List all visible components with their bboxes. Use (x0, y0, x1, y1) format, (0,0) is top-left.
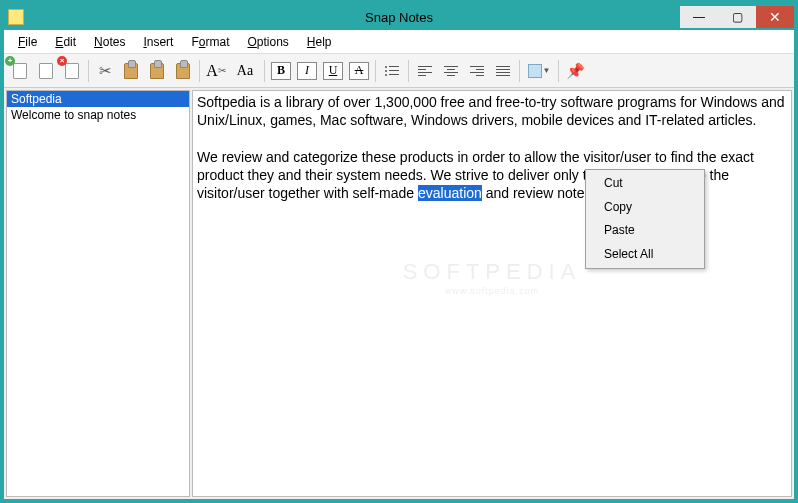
context-paste[interactable]: Paste (586, 219, 704, 243)
menu-insert[interactable]: Insert (135, 33, 181, 51)
menu-options[interactable]: Options (239, 33, 296, 51)
selected-text[interactable]: evaluation (418, 185, 482, 201)
align-justify-icon (496, 66, 510, 76)
cut-button[interactable]: ✂ (93, 59, 117, 83)
sidebar-item-welcome[interactable]: Welcome to snap notes (7, 107, 189, 123)
bullet-list-icon (385, 66, 399, 76)
page-icon (13, 63, 27, 79)
dropdown-arrow-icon: ▼ (543, 66, 551, 75)
scissors-icon: ✂ (99, 62, 112, 80)
titlebar[interactable]: Snap Notes — ▢ ✕ (4, 4, 794, 30)
separator (519, 60, 520, 82)
window-controls: — ▢ ✕ (680, 6, 794, 28)
menu-format[interactable]: Format (183, 33, 237, 51)
app-icon (8, 9, 24, 25)
italic-icon: I (297, 62, 317, 80)
menu-file[interactable]: File (10, 33, 45, 51)
italic-button[interactable]: I (295, 59, 319, 83)
delete-note-button[interactable]: × (60, 59, 84, 83)
note-editor[interactable]: SOFTPEDIA www.softpedia.com Softpedia is… (192, 90, 792, 497)
underline-button[interactable]: U (321, 59, 345, 83)
menu-help[interactable]: Help (299, 33, 340, 51)
separator (408, 60, 409, 82)
maximize-button[interactable]: ▢ (718, 6, 756, 28)
separator (264, 60, 265, 82)
bold-button[interactable]: B (269, 59, 293, 83)
separator (199, 60, 200, 82)
paste-special-button[interactable] (171, 59, 195, 83)
x-badge-icon: × (57, 56, 67, 66)
context-select-all[interactable]: Select All (586, 243, 704, 267)
pin-button[interactable]: 📌 (563, 59, 587, 83)
bold-icon: B (271, 62, 291, 80)
sidebar-item-softpedia[interactable]: Softpedia (7, 91, 189, 107)
align-center-icon (444, 66, 458, 76)
strike-icon: A (349, 62, 369, 80)
content-area: Softpedia Welcome to snap notes SOFTPEDI… (4, 88, 794, 499)
new-note-button[interactable]: + (8, 59, 32, 83)
align-center-button[interactable] (439, 59, 463, 83)
menu-edit[interactable]: Edit (47, 33, 84, 51)
note-icon (528, 64, 542, 78)
font-a-icon: A (206, 62, 218, 80)
toolbar: + × ✂ A✂ Aa B I U A ▼ 📌 (4, 54, 794, 88)
separator (558, 60, 559, 82)
separator (375, 60, 376, 82)
window-title: Snap Notes (365, 10, 433, 25)
editor-paragraph[interactable]: Softpedia is a library of over 1,300,000… (197, 93, 787, 129)
editor-blank-line[interactable] (197, 129, 787, 147)
note-style-button[interactable]: ▼ (524, 59, 554, 83)
pin-icon: 📌 (566, 62, 585, 80)
align-left-icon (418, 66, 432, 76)
align-left-button[interactable] (413, 59, 437, 83)
align-justify-button[interactable] (491, 59, 515, 83)
clipboard-icon (176, 63, 190, 79)
align-right-button[interactable] (465, 59, 489, 83)
app-window: Snap Notes — ▢ ✕ File Edit Notes Insert … (0, 0, 798, 503)
context-menu: Cut Copy Paste Select All (585, 169, 705, 269)
scissors-small-icon: ✂ (218, 65, 226, 76)
font-size-button[interactable]: A✂ (204, 59, 228, 83)
close-button[interactable]: ✕ (756, 6, 794, 28)
open-note-button[interactable] (34, 59, 58, 83)
context-cut[interactable]: Cut (586, 172, 704, 196)
clipboard-icon (150, 63, 164, 79)
plus-badge-icon: + (5, 56, 15, 66)
underline-icon: U (323, 62, 343, 80)
page-icon (65, 63, 79, 79)
watermark: SOFTPEDIA www.softpedia.com (403, 257, 582, 297)
minimize-button[interactable]: — (680, 6, 718, 28)
context-copy[interactable]: Copy (586, 196, 704, 220)
menu-notes[interactable]: Notes (86, 33, 133, 51)
bullet-list-button[interactable] (380, 59, 404, 83)
separator (88, 60, 89, 82)
font-aa-icon: Aa (237, 63, 253, 79)
notes-sidebar[interactable]: Softpedia Welcome to snap notes (6, 90, 190, 497)
strikethrough-button[interactable]: A (347, 59, 371, 83)
font-button[interactable]: Aa (230, 59, 260, 83)
menubar: File Edit Notes Insert Format Options He… (4, 30, 794, 54)
page-icon (39, 63, 53, 79)
copy-button[interactable] (119, 59, 143, 83)
clipboard-icon (124, 63, 138, 79)
paste-button[interactable] (145, 59, 169, 83)
align-right-icon (470, 66, 484, 76)
